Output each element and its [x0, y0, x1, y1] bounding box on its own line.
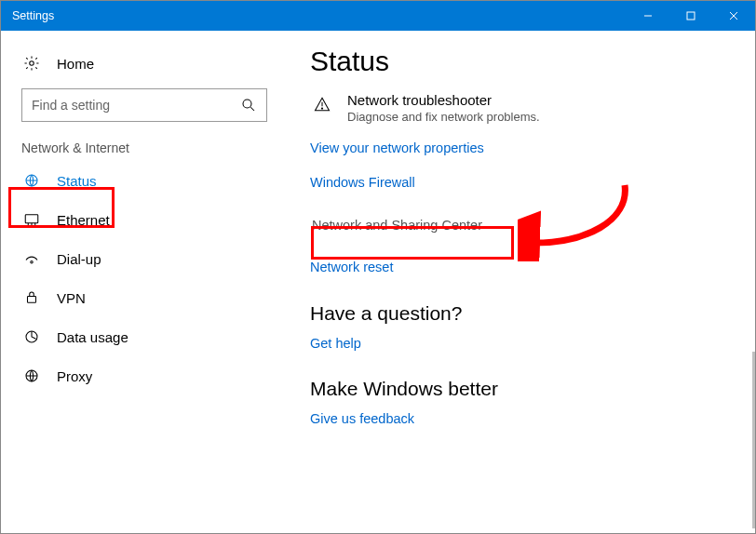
dialup-icon — [23, 250, 40, 267]
close-button[interactable] — [712, 1, 755, 31]
sidebar-item-status[interactable]: Status — [1, 161, 288, 200]
svg-rect-8 — [25, 215, 38, 223]
sidebar-home[interactable]: Home — [1, 49, 288, 77]
svg-point-9 — [31, 261, 33, 263]
svg-point-5 — [243, 100, 251, 108]
gear-icon — [23, 55, 40, 72]
sidebar-item-datausage[interactable]: Data usage — [1, 317, 288, 356]
sidebar-item-ethernet[interactable]: Ethernet — [1, 200, 288, 239]
question-heading: Have a question? — [310, 302, 727, 325]
troubleshooter-subtitle: Diagnose and fix network problems. — [347, 110, 540, 124]
svg-rect-1 — [687, 12, 695, 20]
better-heading: Make Windows better — [310, 378, 727, 400]
search-icon — [240, 97, 257, 113]
page-title: Status — [310, 46, 727, 77]
troubleshooter-title: Network troubleshooter — [347, 92, 540, 108]
sidebar-item-label: Ethernet — [57, 212, 110, 228]
search-placeholder: Find a setting — [32, 98, 110, 113]
window-titlebar: Settings — [1, 1, 755, 31]
sidebar: Home Find a setting Network & Internet S… — [1, 31, 288, 533]
proxy-icon — [23, 367, 40, 384]
sidebar-item-label: VPN — [57, 290, 86, 306]
svg-point-4 — [30, 61, 34, 66]
svg-point-14 — [321, 108, 322, 109]
link-get-help[interactable]: Get help — [310, 336, 727, 352]
window-title: Settings — [12, 9, 54, 22]
network-troubleshooter[interactable]: Network troubleshooter Diagnose and fix … — [310, 92, 727, 124]
sidebar-home-label: Home — [57, 56, 94, 72]
sidebar-item-label: Dial-up — [57, 251, 101, 267]
svg-rect-10 — [28, 297, 36, 303]
vpn-icon — [23, 289, 40, 306]
ethernet-icon — [23, 211, 40, 228]
link-feedback[interactable]: Give us feedback — [310, 411, 727, 427]
sidebar-item-label: Proxy — [57, 368, 92, 384]
window-controls — [627, 1, 755, 31]
link-windows-firewall[interactable]: Windows Firewall — [310, 175, 727, 191]
sidebar-item-vpn[interactable]: VPN — [1, 278, 288, 317]
sidebar-item-dialup[interactable]: Dial-up — [1, 239, 288, 278]
sidebar-section-label: Network & Internet — [1, 139, 288, 161]
warning-icon — [310, 92, 334, 116]
sidebar-item-label: Data usage — [57, 329, 128, 345]
link-view-properties[interactable]: View your network properties — [310, 140, 727, 156]
scrollbar[interactable] — [752, 352, 755, 528]
minimize-button[interactable] — [627, 1, 669, 31]
link-network-sharing-center[interactable]: Network and Sharing Center — [312, 218, 720, 234]
sidebar-item-label: Status — [57, 173, 97, 189]
svg-line-6 — [250, 107, 254, 111]
search-input[interactable]: Find a setting — [21, 88, 267, 122]
sidebar-item-proxy[interactable]: Proxy — [1, 356, 288, 395]
status-icon — [23, 172, 40, 189]
main-panel: Status Network troubleshooter Diagnose a… — [288, 31, 755, 533]
data-usage-icon — [23, 328, 40, 345]
maximize-button[interactable] — [669, 1, 712, 31]
link-network-reset[interactable]: Network reset — [310, 260, 727, 275]
